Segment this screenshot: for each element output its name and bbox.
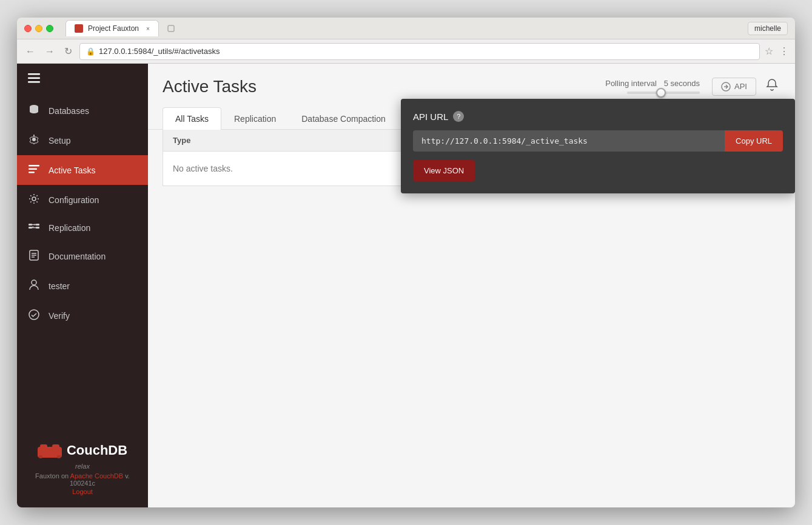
browser-titlebar: Project Fauxton × michelle: [17, 18, 795, 39]
sidebar-item-configuration[interactable]: Configuration: [17, 185, 148, 215]
tab-favicon: [75, 24, 83, 33]
minimize-window-button[interactable]: [35, 25, 42, 32]
empty-message: No active tasks.: [173, 164, 233, 173]
couchdb-version: Fauxton on Apache CouchDB v. 100241c: [29, 472, 136, 487]
apache-couchdb-link[interactable]: Apache CouchDB: [70, 472, 123, 480]
svg-marker-16: [35, 224, 36, 226]
api-dropdown-title: API URL ?: [413, 111, 783, 122]
svg-rect-10: [29, 224, 32, 226]
configuration-icon: [28, 193, 40, 206]
svg-rect-11: [29, 227, 32, 229]
polling-label: Polling interval: [605, 79, 657, 88]
sidebar-item-databases-label: Databases: [49, 106, 89, 116]
user-badge: michelle: [748, 22, 788, 35]
forward-button[interactable]: →: [42, 44, 57, 59]
databases-icon: [28, 104, 40, 117]
couchdb-logo-text: CouchDB: [67, 443, 127, 458]
api-dropdown: API URL ? Copy URL View JSON: [401, 99, 795, 193]
new-tab-icon: [167, 24, 175, 33]
sidebar-item-active-tasks[interactable]: Active Tasks: [17, 155, 148, 185]
copy-url-button[interactable]: Copy URL: [725, 130, 783, 152]
app-container: Databases Setup: [17, 64, 795, 507]
browser-window: Project Fauxton × michelle ← → ↻ 🔒 127.0…: [17, 18, 795, 507]
settings-button[interactable]: ⋮: [779, 45, 789, 57]
tab-close-button[interactable]: ×: [146, 25, 150, 32]
sidebar-item-replication-label: Replication: [49, 223, 90, 233]
traffic-lights: [24, 25, 53, 32]
api-url-input[interactable]: [413, 130, 725, 152]
maximize-window-button[interactable]: [46, 25, 53, 32]
sidebar-footer: CouchDB relax Fauxton on Apache CouchDB …: [17, 430, 148, 507]
sidebar-item-verify[interactable]: Verify: [17, 301, 148, 330]
api-url-title: API URL: [413, 112, 448, 122]
back-button[interactable]: ←: [23, 44, 38, 59]
sidebar-item-databases[interactable]: Databases: [17, 96, 148, 125]
sidebar-item-documentation[interactable]: Documentation: [17, 241, 148, 271]
logout-link[interactable]: Logout: [29, 488, 136, 495]
svg-rect-1: [28, 73, 40, 75]
documentation-icon: [28, 250, 40, 262]
toolbar-right: ☆ ⋮: [765, 45, 789, 57]
svg-rect-26: [52, 444, 59, 450]
svg-point-5: [32, 138, 36, 141]
verify-icon: [28, 309, 40, 322]
sidebar-item-documentation-label: Documentation: [49, 252, 106, 261]
main-content: Active Tasks Polling interval 5 seconds: [148, 64, 795, 507]
bookmark-button[interactable]: ☆: [765, 45, 773, 57]
sidebar-item-tester-label: tester: [49, 281, 70, 291]
svg-rect-0: [168, 25, 174, 32]
address-bar[interactable]: 🔒 127.0.0.1:5984/_utils/#/activetasks: [79, 43, 760, 60]
page-title: Active Tasks: [163, 77, 257, 96]
couch-relax-text: relax: [29, 463, 136, 470]
sidebar-nav: Databases Setup: [17, 96, 148, 430]
view-json-button[interactable]: View JSON: [413, 160, 475, 181]
tab-database-compaction[interactable]: Database Compaction: [289, 107, 398, 130]
tab-database-compaction-label: Database Compaction: [301, 114, 386, 124]
api-help-icon[interactable]: ?: [453, 111, 464, 122]
refresh-button[interactable]: ↻: [62, 43, 75, 59]
svg-rect-7: [29, 169, 37, 170]
svg-point-9: [32, 197, 36, 201]
tab-title: Project Fauxton: [88, 24, 139, 33]
api-icon: [721, 82, 731, 92]
api-url-row: Copy URL: [413, 130, 783, 152]
hamburger-icon: [28, 73, 40, 83]
lock-icon: 🔒: [86, 47, 95, 56]
fauxton-text: Fauxton on: [35, 472, 70, 480]
sidebar-menu-toggle[interactable]: [17, 64, 148, 96]
tab-all-tasks-label: All Tasks: [175, 114, 209, 124]
sidebar-item-tester[interactable]: tester: [17, 271, 148, 301]
svg-rect-13: [36, 227, 39, 229]
address-text: 127.0.0.1:5984/_utils/#/activetasks: [99, 47, 220, 56]
tab-replication-label: Replication: [234, 114, 276, 124]
tab-replication[interactable]: Replication: [221, 107, 289, 130]
sidebar: Databases Setup: [17, 64, 148, 507]
polling-value: 5 seconds: [664, 79, 700, 88]
svg-rect-27: [39, 455, 42, 458]
svg-rect-25: [40, 444, 47, 450]
new-tab-button[interactable]: [164, 21, 178, 36]
sidebar-item-setup[interactable]: Setup: [17, 125, 148, 155]
sidebar-item-replication[interactable]: Replication: [17, 215, 148, 241]
setup-icon: [28, 134, 40, 147]
tab-all-tasks[interactable]: All Tasks: [163, 107, 221, 130]
sidebar-item-verify-label: Verify: [49, 311, 70, 321]
tester-icon: [28, 279, 40, 292]
header-btn-group: API: [712, 76, 780, 97]
close-window-button[interactable]: [24, 25, 32, 32]
active-tasks-icon: [28, 164, 40, 176]
api-button[interactable]: API: [712, 78, 756, 96]
svg-rect-6: [29, 165, 39, 167]
replication-icon: [28, 223, 40, 233]
browser-toolbar: ← → ↻ 🔒 127.0.0.1:5984/_utils/#/activeta…: [17, 39, 795, 64]
polling-slider-thumb[interactable]: [656, 88, 666, 98]
svg-rect-3: [28, 81, 40, 83]
sidebar-item-active-tasks-label: Active Tasks: [49, 166, 96, 175]
browser-tab[interactable]: Project Fauxton ×: [65, 20, 159, 36]
header-controls: Polling interval 5 seconds: [605, 76, 780, 97]
polling-interval: Polling interval 5 seconds: [605, 79, 700, 94]
svg-rect-28: [57, 455, 61, 458]
sidebar-item-setup-label: Setup: [49, 136, 71, 145]
notification-button[interactable]: [763, 76, 780, 97]
polling-slider[interactable]: [627, 92, 700, 94]
